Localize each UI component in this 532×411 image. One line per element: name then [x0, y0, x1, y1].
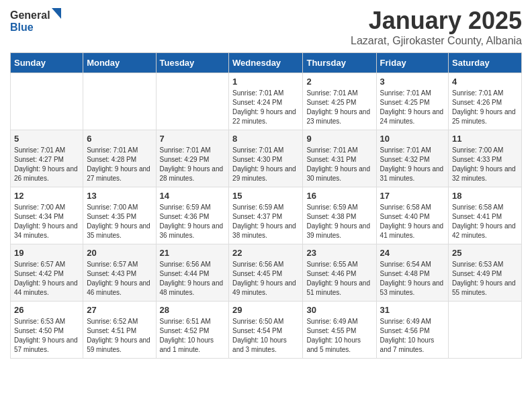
calendar-title: January 2025 [351, 7, 522, 35]
calendar-location: Lazarat, Gjirokaster County, Albania [351, 35, 522, 47]
calendar-cell: 19Sunrise: 6:57 AM Sunset: 4:42 PM Dayli… [11, 244, 83, 302]
day-number: 24 [380, 248, 445, 258]
day-number: 12 [14, 191, 79, 201]
calendar-cell: 12Sunrise: 7:00 AM Sunset: 4:34 PM Dayli… [11, 187, 83, 244]
day-number: 21 [160, 248, 226, 258]
day-content: Sunrise: 6:50 AM Sunset: 4:54 PM Dayligh… [232, 317, 299, 355]
header-sunday: Sunday [11, 53, 83, 73]
page-container: GeneralBlue January 2025 Lazarat, Gjirok… [0, 0, 532, 365]
calendar-cell: 3Sunrise: 7:01 AM Sunset: 4:25 PM Daylig… [376, 73, 448, 130]
day-number: 20 [87, 248, 152, 258]
calendar-cell: 11Sunrise: 7:00 AM Sunset: 4:33 PM Dayli… [449, 130, 522, 187]
calendar-cell: 10Sunrise: 7:01 AM Sunset: 4:32 PM Dayli… [376, 130, 448, 187]
day-number: 22 [232, 248, 299, 258]
day-content: Sunrise: 7:01 AM Sunset: 4:32 PM Dayligh… [380, 146, 445, 183]
day-number: 30 [306, 305, 372, 315]
calendar-cell: 13Sunrise: 7:00 AM Sunset: 4:35 PM Dayli… [83, 187, 156, 244]
day-content: Sunrise: 7:01 AM Sunset: 4:29 PM Dayligh… [160, 146, 226, 183]
calendar-cell: 14Sunrise: 6:59 AM Sunset: 4:36 PM Dayli… [156, 187, 229, 244]
day-content: Sunrise: 7:01 AM Sunset: 4:24 PM Dayligh… [232, 89, 299, 126]
logo-graphic: GeneralBlue [10, 7, 64, 34]
day-content: Sunrise: 6:56 AM Sunset: 4:45 PM Dayligh… [232, 260, 299, 298]
calendar-cell [449, 302, 522, 359]
day-content: Sunrise: 6:51 AM Sunset: 4:52 PM Dayligh… [160, 317, 226, 355]
header-wednesday: Wednesday [229, 53, 303, 73]
calendar-cell [83, 73, 156, 130]
calendar-cell: 2Sunrise: 7:01 AM Sunset: 4:25 PM Daylig… [303, 73, 376, 130]
header-monday: Monday [83, 53, 156, 73]
calendar-cell: 29Sunrise: 6:50 AM Sunset: 4:54 PM Dayli… [229, 302, 303, 359]
day-content: Sunrise: 6:52 AM Sunset: 4:51 PM Dayligh… [87, 317, 152, 355]
calendar-cell: 7Sunrise: 7:01 AM Sunset: 4:29 PM Daylig… [156, 130, 229, 187]
day-content: Sunrise: 7:01 AM Sunset: 4:27 PM Dayligh… [14, 146, 79, 183]
day-content: Sunrise: 7:01 AM Sunset: 4:25 PM Dayligh… [306, 89, 372, 126]
calendar-cell: 28Sunrise: 6:51 AM Sunset: 4:52 PM Dayli… [156, 302, 229, 359]
calendar-week-row: 5Sunrise: 7:01 AM Sunset: 4:27 PM Daylig… [11, 130, 522, 187]
calendar-cell: 17Sunrise: 6:58 AM Sunset: 4:40 PM Dayli… [376, 187, 448, 244]
day-number: 9 [306, 134, 372, 144]
calendar-cell: 30Sunrise: 6:49 AM Sunset: 4:55 PM Dayli… [303, 302, 376, 359]
title-block: January 2025 Lazarat, Gjirokaster County… [351, 7, 522, 47]
header-saturday: Saturday [449, 53, 522, 73]
day-number: 6 [87, 134, 152, 144]
day-number: 13 [87, 191, 152, 201]
calendar-cell: 21Sunrise: 6:56 AM Sunset: 4:44 PM Dayli… [156, 244, 229, 302]
day-number: 1 [232, 77, 299, 87]
day-number: 15 [232, 191, 299, 201]
day-number: 19 [14, 248, 79, 258]
header-tuesday: Tuesday [156, 53, 229, 73]
day-content: Sunrise: 6:58 AM Sunset: 4:41 PM Dayligh… [452, 203, 518, 240]
day-content: Sunrise: 6:54 AM Sunset: 4:48 PM Dayligh… [380, 260, 445, 298]
day-number: 25 [452, 248, 518, 258]
day-number: 5 [14, 134, 79, 144]
header-thursday: Thursday [303, 53, 376, 73]
day-number: 3 [380, 77, 445, 87]
calendar-week-row: 19Sunrise: 6:57 AM Sunset: 4:42 PM Dayli… [11, 244, 522, 302]
calendar-cell: 20Sunrise: 6:57 AM Sunset: 4:43 PM Dayli… [83, 244, 156, 302]
day-content: Sunrise: 6:53 AM Sunset: 4:49 PM Dayligh… [452, 260, 518, 298]
day-number: 17 [380, 191, 445, 201]
day-number: 18 [452, 191, 518, 201]
day-content: Sunrise: 6:58 AM Sunset: 4:40 PM Dayligh… [380, 203, 445, 240]
calendar-cell: 23Sunrise: 6:55 AM Sunset: 4:46 PM Dayli… [303, 244, 376, 302]
day-number: 7 [160, 134, 226, 144]
calendar-cell: 15Sunrise: 6:59 AM Sunset: 4:37 PM Dayli… [229, 187, 303, 244]
day-content: Sunrise: 6:49 AM Sunset: 4:55 PM Dayligh… [306, 317, 372, 355]
calendar-cell: 5Sunrise: 7:01 AM Sunset: 4:27 PM Daylig… [11, 130, 83, 187]
day-content: Sunrise: 7:00 AM Sunset: 4:34 PM Dayligh… [14, 203, 79, 240]
calendar-cell: 24Sunrise: 6:54 AM Sunset: 4:48 PM Dayli… [376, 244, 448, 302]
day-number: 8 [232, 134, 299, 144]
calendar-cell: 16Sunrise: 6:59 AM Sunset: 4:38 PM Dayli… [303, 187, 376, 244]
calendar-cell: 27Sunrise: 6:52 AM Sunset: 4:51 PM Dayli… [83, 302, 156, 359]
day-content: Sunrise: 6:53 AM Sunset: 4:50 PM Dayligh… [14, 317, 79, 355]
day-content: Sunrise: 6:57 AM Sunset: 4:43 PM Dayligh… [87, 260, 152, 298]
calendar-cell: 31Sunrise: 6:49 AM Sunset: 4:56 PM Dayli… [376, 302, 448, 359]
day-content: Sunrise: 7:00 AM Sunset: 4:35 PM Dayligh… [87, 203, 152, 240]
day-content: Sunrise: 7:01 AM Sunset: 4:25 PM Dayligh… [380, 89, 445, 126]
calendar-cell: 18Sunrise: 6:58 AM Sunset: 4:41 PM Dayli… [449, 187, 522, 244]
day-content: Sunrise: 6:59 AM Sunset: 4:37 PM Dayligh… [232, 203, 299, 240]
calendar-cell [156, 73, 229, 130]
svg-text:Blue: Blue [10, 21, 34, 33]
day-number: 14 [160, 191, 226, 201]
day-number: 26 [14, 305, 79, 315]
day-content: Sunrise: 7:01 AM Sunset: 4:28 PM Dayligh… [87, 146, 152, 183]
calendar-cell: 25Sunrise: 6:53 AM Sunset: 4:49 PM Dayli… [449, 244, 522, 302]
calendar-cell: 6Sunrise: 7:01 AM Sunset: 4:28 PM Daylig… [83, 130, 156, 187]
day-number: 10 [380, 134, 445, 144]
day-number: 11 [452, 134, 518, 144]
day-number: 2 [306, 77, 372, 87]
calendar-cell: 22Sunrise: 6:56 AM Sunset: 4:45 PM Dayli… [229, 244, 303, 302]
calendar-table: Sunday Monday Tuesday Wednesday Thursday… [10, 52, 522, 359]
day-number: 23 [306, 248, 372, 258]
logo: GeneralBlue [10, 7, 64, 34]
day-content: Sunrise: 6:59 AM Sunset: 4:36 PM Dayligh… [160, 203, 226, 240]
day-content: Sunrise: 6:59 AM Sunset: 4:38 PM Dayligh… [306, 203, 372, 240]
calendar-cell: 9Sunrise: 7:01 AM Sunset: 4:31 PM Daylig… [303, 130, 376, 187]
day-content: Sunrise: 7:01 AM Sunset: 4:31 PM Dayligh… [306, 146, 372, 183]
day-content: Sunrise: 7:00 AM Sunset: 4:33 PM Dayligh… [452, 146, 518, 183]
calendar-cell: 8Sunrise: 7:01 AM Sunset: 4:30 PM Daylig… [229, 130, 303, 187]
day-number: 28 [160, 305, 226, 315]
day-content: Sunrise: 7:01 AM Sunset: 4:26 PM Dayligh… [452, 89, 518, 126]
day-content: Sunrise: 6:57 AM Sunset: 4:42 PM Dayligh… [14, 260, 79, 298]
